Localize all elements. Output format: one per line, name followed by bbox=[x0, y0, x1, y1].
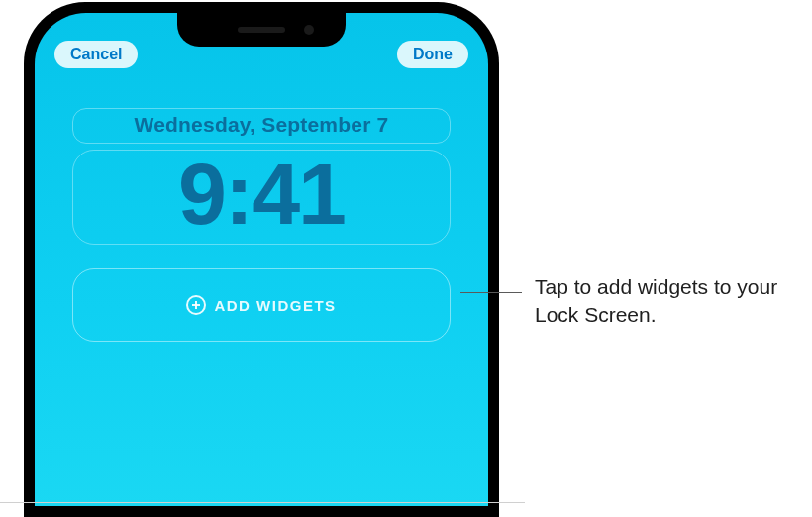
front-camera bbox=[304, 25, 314, 35]
iphone-frame: Cancel Done Wednesday, September 7 9:41 … bbox=[24, 2, 499, 517]
date-widget[interactable]: Wednesday, September 7 bbox=[72, 108, 451, 144]
add-widgets-button[interactable]: ADD WIDGETS bbox=[72, 268, 451, 342]
speaker-grille bbox=[238, 27, 285, 33]
add-widgets-label: ADD WIDGETS bbox=[214, 297, 336, 314]
plus-circle-icon bbox=[186, 295, 206, 315]
done-button[interactable]: Done bbox=[397, 41, 468, 68]
image-crop-line bbox=[0, 502, 525, 503]
clock-widget[interactable]: 9:41 bbox=[72, 150, 451, 245]
lock-screen-editor: Cancel Done Wednesday, September 7 9:41 … bbox=[35, 13, 488, 506]
cancel-button[interactable]: Cancel bbox=[54, 41, 138, 68]
callout-leader-line bbox=[460, 292, 522, 293]
callout-text: Tap to add widgets to your Lock Screen. bbox=[535, 273, 802, 330]
editor-topbar: Cancel Done bbox=[35, 41, 488, 68]
